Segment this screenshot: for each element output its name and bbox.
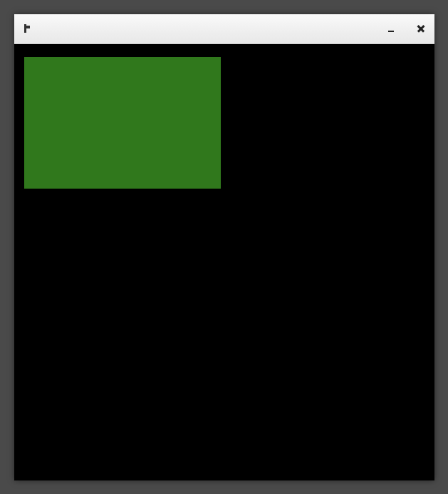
app-icon (23, 23, 33, 33)
canvas-area (14, 44, 434, 480)
titlebar[interactable] (14, 14, 434, 44)
minimize-button[interactable] (386, 23, 396, 33)
close-button[interactable] (416, 23, 426, 33)
green-rectangle (24, 57, 221, 189)
application-window (14, 14, 434, 480)
titlebar-left (23, 23, 38, 33)
svg-rect-0 (24, 24, 26, 33)
svg-rect-1 (26, 26, 30, 28)
titlebar-controls (386, 23, 426, 33)
